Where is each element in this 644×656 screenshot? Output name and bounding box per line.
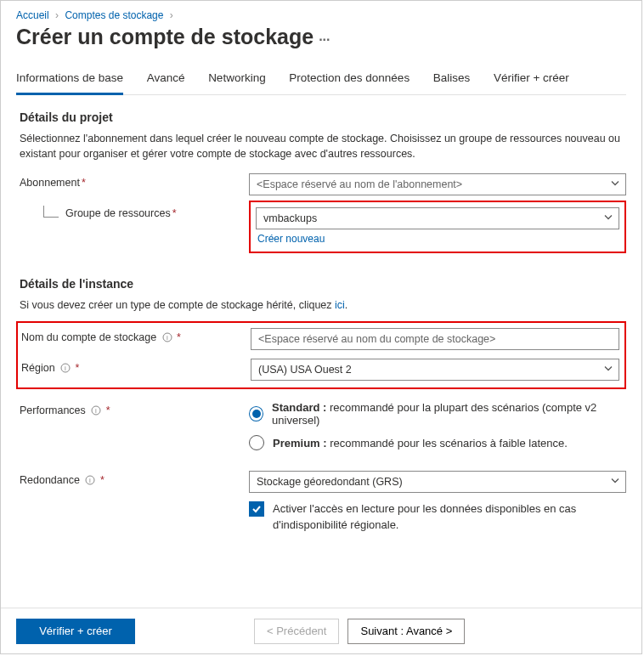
info-icon[interactable]: i bbox=[85, 475, 95, 488]
tab-networking[interactable]: Networking bbox=[208, 66, 266, 93]
redundancy-dropdown[interactable]: Stockage géoredondant (GRS) bbox=[249, 471, 626, 493]
project-details-heading: Détails du projet bbox=[16, 110, 626, 124]
read-access-checkbox[interactable] bbox=[249, 501, 264, 517]
redundancy-label: Redondance i * bbox=[20, 471, 249, 487]
performance-premium-radio[interactable]: Premium : recommandé pour les scénarios … bbox=[249, 435, 626, 450]
page-title: Créer un compte de stockage··· bbox=[16, 25, 626, 49]
info-icon[interactable]: i bbox=[60, 363, 71, 376]
subscription-label: Abonnement* bbox=[20, 173, 249, 189]
next-button[interactable]: Suivant : Avancé > bbox=[347, 619, 465, 644]
storage-account-name-input[interactable]: <Espace réservé au nom du compte de stoc… bbox=[251, 328, 619, 350]
breadcrumb-storage-accounts[interactable]: Comptes de stockage bbox=[65, 9, 163, 21]
region-dropdown[interactable]: (USA) USA Ouest 2 bbox=[251, 359, 619, 381]
svg-text:i: i bbox=[90, 477, 92, 484]
tab-data-protection[interactable]: Protection des données bbox=[289, 66, 410, 93]
performance-standard-radio[interactable]: Standard : recommandé pour la plupart de… bbox=[249, 401, 626, 427]
resource-group-label: Groupe de ressources* bbox=[20, 204, 249, 219]
previous-button: < Précédent bbox=[254, 619, 339, 644]
chevron-down-icon bbox=[603, 364, 613, 376]
instance-details-heading: Détails de l'instance bbox=[16, 277, 626, 291]
tab-advanced[interactable]: Avancé bbox=[147, 66, 185, 93]
subscription-dropdown[interactable]: <Espace réservé au nom de l'abonnement> bbox=[249, 173, 626, 195]
tab-bar: Informations de base Avancé Networking P… bbox=[16, 66, 626, 95]
info-icon[interactable]: i bbox=[91, 405, 101, 418]
instance-details-description: Si vous devez créer un type de compte de… bbox=[16, 297, 626, 313]
wizard-footer: Vérifier + créer < Précédent Suivant : A… bbox=[1, 608, 641, 653]
tab-basics[interactable]: Informations de base bbox=[16, 66, 123, 95]
storage-account-name-label: Nom du compte de stockage i * bbox=[21, 328, 251, 344]
svg-text:i: i bbox=[95, 407, 97, 415]
project-details-section: Détails du projet Sélectionnez l'abonnem… bbox=[16, 110, 626, 262]
project-details-description: Sélectionnez l'abonnement dans lequel cr… bbox=[16, 131, 626, 161]
breadcrumb: Accueil › Comptes de stockage › bbox=[16, 9, 626, 21]
performance-label: Performances i * bbox=[20, 401, 249, 417]
more-icon[interactable]: ··· bbox=[319, 32, 330, 47]
chevron-right-icon: › bbox=[170, 9, 173, 21]
instance-details-section: Détails de l'instance Si vous devez crée… bbox=[16, 277, 626, 533]
info-icon[interactable]: i bbox=[162, 332, 172, 345]
review-create-button[interactable]: Vérifier + créer bbox=[16, 619, 135, 644]
resource-group-dropdown[interactable]: vmbackups bbox=[256, 207, 619, 229]
tab-tags[interactable]: Balises bbox=[433, 66, 471, 93]
region-label: Région i * bbox=[21, 359, 251, 375]
legacy-link[interactable]: ici bbox=[335, 299, 345, 311]
svg-text:i: i bbox=[65, 365, 66, 372]
chevron-right-icon: › bbox=[55, 9, 59, 21]
tab-review[interactable]: Vérifier + créer bbox=[494, 66, 569, 93]
chevron-down-icon bbox=[610, 476, 620, 489]
instance-highlight: Nom du compte de stockage i * <Espace ré… bbox=[16, 321, 626, 389]
chevron-down-icon bbox=[603, 212, 613, 225]
breadcrumb-home[interactable]: Accueil bbox=[16, 9, 49, 21]
svg-text:i: i bbox=[167, 334, 168, 342]
read-access-checkbox-label: Activer l'accès en lecture pour les donn… bbox=[273, 501, 626, 532]
create-new-link[interactable]: Créer nouveau bbox=[256, 233, 619, 245]
chevron-down-icon bbox=[610, 178, 620, 191]
resource-group-highlight: vmbackups Créer nouveau bbox=[249, 201, 626, 253]
